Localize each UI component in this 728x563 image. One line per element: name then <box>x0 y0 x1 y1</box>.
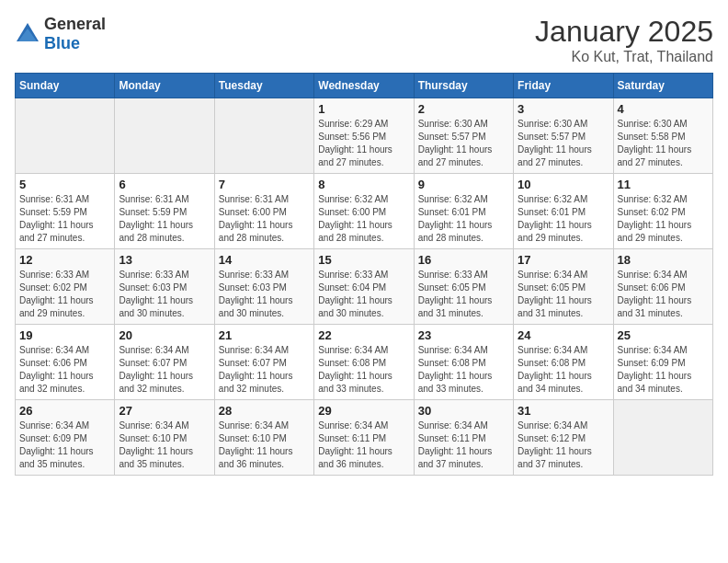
day-info: Sunrise: 6:31 AMSunset: 5:59 PMDaylight:… <box>19 193 110 245</box>
day-info: Sunrise: 6:34 AMSunset: 6:08 PMDaylight:… <box>318 344 409 396</box>
day-number: 15 <box>318 253 409 267</box>
page-header: General Blue January 2025 Ko Kut, Trat, … <box>15 15 713 65</box>
day-number: 22 <box>318 328 409 342</box>
day-info: Sunrise: 6:30 AMSunset: 5:57 PMDaylight:… <box>518 118 609 169</box>
calendar-cell: 31Sunrise: 6:34 AMSunset: 6:12 PMDayligh… <box>514 400 613 476</box>
calendar-cell: 7Sunrise: 6:31 AMSunset: 6:00 PMDaylight… <box>214 174 313 249</box>
calendar-cell <box>613 400 712 476</box>
calendar-cell: 24Sunrise: 6:34 AMSunset: 6:08 PMDayligh… <box>514 325 613 400</box>
day-info: Sunrise: 6:34 AMSunset: 6:12 PMDaylight:… <box>518 419 609 471</box>
calendar-cell: 21Sunrise: 6:34 AMSunset: 6:07 PMDayligh… <box>214 325 313 400</box>
week-row-5: 26Sunrise: 6:34 AMSunset: 6:09 PMDayligh… <box>16 400 713 476</box>
day-number: 5 <box>19 178 110 191</box>
day-info: Sunrise: 6:32 AMSunset: 6:00 PMDaylight:… <box>318 193 409 245</box>
calendar-cell <box>16 98 115 174</box>
day-number: 10 <box>518 178 609 191</box>
header-thursday: Thursday <box>414 74 513 98</box>
logo-blue: Blue <box>44 34 80 52</box>
day-number: 26 <box>19 404 110 418</box>
day-number: 2 <box>418 102 509 116</box>
day-info: Sunrise: 6:34 AMSunset: 6:05 PMDaylight:… <box>518 269 609 320</box>
day-number: 7 <box>219 178 310 191</box>
calendar-cell: 26Sunrise: 6:34 AMSunset: 6:09 PMDayligh… <box>16 400 115 476</box>
calendar-cell: 18Sunrise: 6:34 AMSunset: 6:06 PMDayligh… <box>613 249 712 325</box>
day-number: 11 <box>618 178 709 191</box>
calendar-cell <box>115 98 214 174</box>
day-info: Sunrise: 6:34 AMSunset: 6:10 PMDaylight:… <box>119 419 210 471</box>
logo-icon <box>15 21 40 47</box>
header-tuesday: Tuesday <box>214 74 313 98</box>
day-number: 21 <box>219 328 310 342</box>
day-number: 31 <box>518 404 609 418</box>
day-number: 16 <box>418 253 509 267</box>
day-info: Sunrise: 6:33 AMSunset: 6:02 PMDaylight:… <box>19 269 110 320</box>
calendar-cell: 15Sunrise: 6:33 AMSunset: 6:04 PMDayligh… <box>314 249 414 325</box>
day-info: Sunrise: 6:34 AMSunset: 6:09 PMDaylight:… <box>19 419 110 471</box>
day-number: 3 <box>518 102 609 116</box>
calendar-cell: 8Sunrise: 6:32 AMSunset: 6:00 PMDaylight… <box>314 174 414 249</box>
day-info: Sunrise: 6:34 AMSunset: 6:11 PMDaylight:… <box>318 419 409 471</box>
day-info: Sunrise: 6:34 AMSunset: 6:06 PMDaylight:… <box>618 269 709 320</box>
logo: General Blue <box>15 15 106 53</box>
day-info: Sunrise: 6:30 AMSunset: 5:58 PMDaylight:… <box>618 118 709 169</box>
day-number: 9 <box>418 178 509 191</box>
day-number: 1 <box>318 102 409 116</box>
calendar-subtitle: Ko Kut, Trat, Thailand <box>535 49 713 65</box>
calendar-cell: 13Sunrise: 6:33 AMSunset: 6:03 PMDayligh… <box>115 249 214 325</box>
day-info: Sunrise: 6:33 AMSunset: 6:03 PMDaylight:… <box>119 269 210 320</box>
day-number: 12 <box>19 253 110 267</box>
calendar-cell: 23Sunrise: 6:34 AMSunset: 6:08 PMDayligh… <box>414 325 513 400</box>
calendar-cell: 9Sunrise: 6:32 AMSunset: 6:01 PMDaylight… <box>414 174 513 249</box>
calendar-cell: 3Sunrise: 6:30 AMSunset: 5:57 PMDaylight… <box>514 98 613 174</box>
day-number: 6 <box>119 178 210 191</box>
day-info: Sunrise: 6:31 AMSunset: 6:00 PMDaylight:… <box>219 193 310 245</box>
calendar-cell: 27Sunrise: 6:34 AMSunset: 6:10 PMDayligh… <box>115 400 214 476</box>
calendar-body: 1Sunrise: 6:29 AMSunset: 5:56 PMDaylight… <box>16 98 713 476</box>
calendar-table: SundayMondayTuesdayWednesdayThursdayFrid… <box>15 73 713 476</box>
calendar-cell: 5Sunrise: 6:31 AMSunset: 5:59 PMDaylight… <box>16 174 115 249</box>
calendar-cell: 17Sunrise: 6:34 AMSunset: 6:05 PMDayligh… <box>514 249 613 325</box>
calendar-cell: 1Sunrise: 6:29 AMSunset: 5:56 PMDaylight… <box>314 98 414 174</box>
day-info: Sunrise: 6:34 AMSunset: 6:08 PMDaylight:… <box>418 344 509 396</box>
calendar-cell: 10Sunrise: 6:32 AMSunset: 6:01 PMDayligh… <box>514 174 613 249</box>
calendar-cell: 11Sunrise: 6:32 AMSunset: 6:02 PMDayligh… <box>613 174 712 249</box>
calendar-cell: 28Sunrise: 6:34 AMSunset: 6:10 PMDayligh… <box>214 400 313 476</box>
calendar-header: SundayMondayTuesdayWednesdayThursdayFrid… <box>16 74 713 98</box>
title-block: January 2025 Ko Kut, Trat, Thailand <box>535 15 713 65</box>
calendar-cell: 12Sunrise: 6:33 AMSunset: 6:02 PMDayligh… <box>16 249 115 325</box>
day-info: Sunrise: 6:32 AMSunset: 6:02 PMDaylight:… <box>618 193 709 245</box>
header-sunday: Sunday <box>16 74 115 98</box>
calendar-cell: 2Sunrise: 6:30 AMSunset: 5:57 PMDaylight… <box>414 98 513 174</box>
day-info: Sunrise: 6:32 AMSunset: 6:01 PMDaylight:… <box>518 193 609 245</box>
header-monday: Monday <box>115 74 214 98</box>
day-info: Sunrise: 6:32 AMSunset: 6:01 PMDaylight:… <box>418 193 509 245</box>
day-info: Sunrise: 6:30 AMSunset: 5:57 PMDaylight:… <box>418 118 509 169</box>
day-number: 27 <box>119 404 210 418</box>
day-number: 28 <box>219 404 310 418</box>
header-saturday: Saturday <box>613 74 712 98</box>
header-row: SundayMondayTuesdayWednesdayThursdayFrid… <box>16 74 713 98</box>
day-number: 8 <box>318 178 409 191</box>
calendar-cell: 30Sunrise: 6:34 AMSunset: 6:11 PMDayligh… <box>414 400 513 476</box>
day-number: 23 <box>418 328 509 342</box>
day-info: Sunrise: 6:33 AMSunset: 6:05 PMDaylight:… <box>418 269 509 320</box>
calendar-cell: 16Sunrise: 6:33 AMSunset: 6:05 PMDayligh… <box>414 249 513 325</box>
header-friday: Friday <box>514 74 613 98</box>
day-info: Sunrise: 6:34 AMSunset: 6:08 PMDaylight:… <box>518 344 609 396</box>
day-info: Sunrise: 6:34 AMSunset: 6:07 PMDaylight:… <box>119 344 210 396</box>
day-info: Sunrise: 6:34 AMSunset: 6:09 PMDaylight:… <box>618 344 709 396</box>
week-row-1: 1Sunrise: 6:29 AMSunset: 5:56 PMDaylight… <box>16 98 713 174</box>
day-number: 19 <box>19 328 110 342</box>
day-info: Sunrise: 6:31 AMSunset: 5:59 PMDaylight:… <box>119 193 210 245</box>
calendar-cell: 14Sunrise: 6:33 AMSunset: 6:03 PMDayligh… <box>214 249 313 325</box>
day-info: Sunrise: 6:33 AMSunset: 6:04 PMDaylight:… <box>318 269 409 320</box>
calendar-title: January 2025 <box>535 15 713 49</box>
day-info: Sunrise: 6:33 AMSunset: 6:03 PMDaylight:… <box>219 269 310 320</box>
week-row-2: 5Sunrise: 6:31 AMSunset: 5:59 PMDaylight… <box>16 174 713 249</box>
header-wednesday: Wednesday <box>314 74 414 98</box>
day-info: Sunrise: 6:29 AMSunset: 5:56 PMDaylight:… <box>318 118 409 169</box>
day-info: Sunrise: 6:34 AMSunset: 6:06 PMDaylight:… <box>19 344 110 396</box>
calendar-cell: 19Sunrise: 6:34 AMSunset: 6:06 PMDayligh… <box>16 325 115 400</box>
day-info: Sunrise: 6:34 AMSunset: 6:10 PMDaylight:… <box>219 419 310 471</box>
day-number: 20 <box>119 328 210 342</box>
